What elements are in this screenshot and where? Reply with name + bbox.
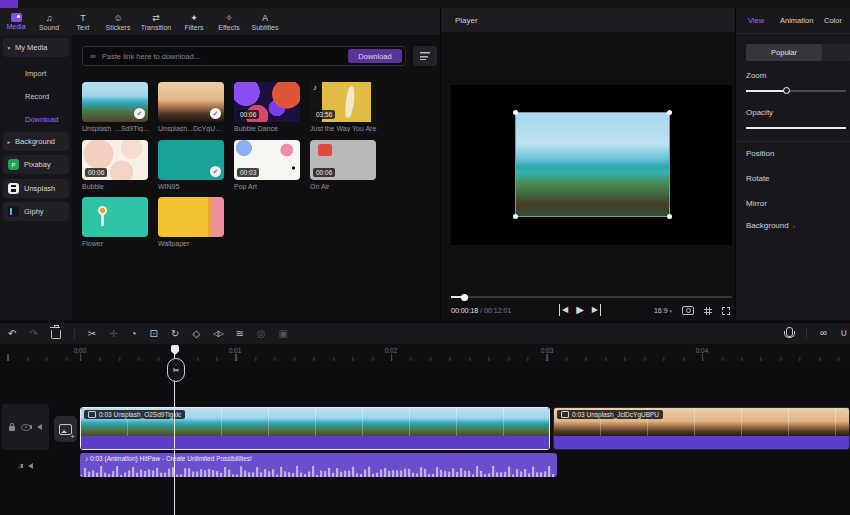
rotate-icon[interactable]: ↻	[171, 328, 179, 340]
resize-handle[interactable]	[667, 214, 672, 219]
tab-label: Effects	[218, 24, 239, 31]
video-clip-1[interactable]: 0:03 Unsplash_O2Sd9Tigklc	[80, 407, 550, 450]
add-media-to-track-button[interactable]	[54, 416, 77, 442]
media-item[interactable]: Unsplash_...Sd9Tigklc	[82, 82, 148, 132]
sort-view-button[interactable]	[413, 46, 437, 66]
sidebar-item-my-media[interactable]: ▾ My Media	[3, 38, 69, 57]
split-icon[interactable]: ✂	[88, 328, 96, 340]
flip-icon[interactable]: ◁▷	[213, 328, 222, 340]
media-item[interactable]: Flower	[82, 197, 148, 247]
video-clip-2[interactable]: 0:03 Unsplash_JclDcYgUBPU	[553, 407, 850, 450]
sidebar-item-giphy[interactable]: Giphy	[3, 202, 69, 221]
sidebar-item-background[interactable]: ▸ Background	[3, 132, 69, 151]
player-seekbar[interactable]	[451, 296, 732, 298]
fullscreen-icon[interactable]	[722, 307, 730, 315]
tab-label: Filters	[184, 24, 203, 31]
media-item-name: Bubble Dance	[234, 125, 302, 132]
subtitles-icon: A	[262, 13, 268, 23]
media-item[interactable]: WIN95	[158, 140, 224, 190]
previous-frame-button[interactable]: ◀	[559, 304, 568, 316]
tab-text[interactable]: T Text	[66, 8, 100, 35]
preset-segment: Popular	[746, 44, 850, 61]
chevron-down-icon: ▾	[669, 308, 672, 314]
microphone-icon[interactable]	[786, 327, 793, 337]
media-item[interactable]: 00:06 Bubble	[82, 140, 148, 190]
media-thumbnail[interactable]: 03:56	[310, 82, 376, 122]
paste-link-input[interactable]	[100, 51, 294, 62]
media-item-name: Wallpaper	[158, 240, 226, 247]
tab-effects[interactable]: ✧ Effects	[212, 8, 246, 35]
tab-color[interactable]: Color	[824, 16, 842, 25]
resize-handle[interactable]	[513, 214, 518, 219]
mask-icon[interactable]: ◇	[192, 328, 200, 340]
media-item[interactable]: 00:06 On Air	[310, 140, 376, 190]
media-item[interactable]: 00:03 Pop Art	[234, 140, 300, 190]
audio-clip[interactable]: 0:03 (Animation) HitPaw - Create Unlimit…	[80, 453, 557, 477]
chevron-right-icon: ▸	[3, 139, 15, 145]
resize-handle[interactable]	[667, 110, 672, 115]
speed-icon[interactable]: ◔	[131, 328, 137, 340]
media-item[interactable]: 00:06 Bubble Dance	[234, 82, 300, 132]
media-thumbnail[interactable]: 00:03	[234, 140, 300, 180]
tab-subtitles[interactable]: A Subtitles	[246, 8, 284, 35]
redo-icon[interactable]: ↷	[29, 328, 37, 340]
seekbar-handle[interactable]	[461, 294, 468, 301]
magnet-snap-icon[interactable]: ∪	[840, 327, 847, 339]
media-item[interactable]: 03:56 Just the Way You Are	[310, 82, 376, 132]
popular-tab[interactable]: Popular	[746, 44, 822, 61]
marker-icon[interactable]: ▣	[279, 328, 288, 340]
mute-track-icon[interactable]	[37, 424, 42, 430]
download-link-bar: ∞ Download	[82, 46, 406, 66]
media-icon	[11, 13, 22, 22]
tab-filters[interactable]: ✦ Filters	[176, 8, 212, 35]
video-editor-app: Media ♫ Sound T Text ☺ Stickers ⇄ Transi…	[0, 0, 850, 515]
media-thumbnail[interactable]	[158, 197, 224, 237]
background-row[interactable]: Background›	[746, 221, 795, 230]
snapshot-icon[interactable]	[682, 306, 694, 315]
next-frame-button[interactable]: ▶	[592, 304, 601, 316]
download-button[interactable]: Download	[348, 49, 402, 63]
media-thumbnail[interactable]: 00:06	[310, 140, 376, 180]
delete-icon[interactable]	[51, 330, 61, 339]
transport-controls: ◀ ▶ ▶	[559, 304, 601, 316]
tab-media[interactable]: Media	[0, 8, 32, 35]
play-button[interactable]: ▶	[576, 304, 584, 316]
undo-icon[interactable]: ↶	[8, 328, 16, 340]
grid-icon[interactable]	[704, 307, 712, 315]
link-clips-icon[interactable]: ∞	[820, 327, 827, 339]
opacity-slider[interactable]	[746, 127, 846, 129]
freeze-frame-icon[interactable]: ◎	[257, 328, 266, 340]
video-preview-selected[interactable]	[515, 112, 670, 217]
media-item[interactable]: Wallpaper	[158, 197, 224, 247]
beat-detect-icon[interactable]: ≋	[235, 328, 243, 340]
lock-track-icon[interactable]	[9, 426, 15, 431]
media-thumbnail[interactable]: 00:06	[234, 82, 300, 122]
split-at-playhead-button[interactable]: ✂	[167, 358, 185, 382]
tab-transition[interactable]: ⇄ Transition	[136, 8, 176, 35]
timeline-ruler[interactable]: 0:00 0:01 0:02 0:03 0:04	[0, 345, 850, 361]
media-thumbnail[interactable]	[82, 82, 148, 122]
position-row[interactable]: Position	[746, 149, 774, 158]
media-thumbnail[interactable]	[158, 82, 224, 122]
resize-handle[interactable]	[513, 110, 518, 115]
sidebar-item-pixabay[interactable]: P Pixabay	[3, 155, 69, 174]
clip-label-chip: 0:03 Unsplash_O2Sd9Tigklc	[84, 410, 185, 419]
media-thumbnail[interactable]: 00:06	[82, 140, 148, 180]
tab-label: Stickers	[106, 24, 131, 31]
sidebar-item-unsplash[interactable]: Unsplash	[3, 179, 69, 198]
mirror-row[interactable]: Mirror	[746, 199, 767, 208]
tab-stickers[interactable]: ☺ Stickers	[100, 8, 136, 35]
move-icon[interactable]: ✛	[109, 328, 117, 340]
media-thumbnail[interactable]	[82, 197, 148, 237]
zoom-slider[interactable]	[746, 90, 846, 92]
media-item[interactable]: Unsplash...DcYgUBPU	[158, 82, 224, 132]
crop-icon[interactable]: ⊡	[150, 328, 158, 340]
tab-view[interactable]: View	[748, 16, 764, 25]
media-thumbnail[interactable]	[158, 140, 224, 180]
mute-track-icon[interactable]	[28, 463, 33, 469]
rotate-row[interactable]: Rotate	[746, 174, 770, 183]
aspect-ratio-dropdown[interactable]: 16:9 ▾	[654, 307, 672, 314]
tab-sound[interactable]: ♫ Sound	[32, 8, 66, 35]
tab-animation[interactable]: Animation	[780, 16, 813, 25]
zoom-slider-handle[interactable]	[783, 87, 790, 94]
